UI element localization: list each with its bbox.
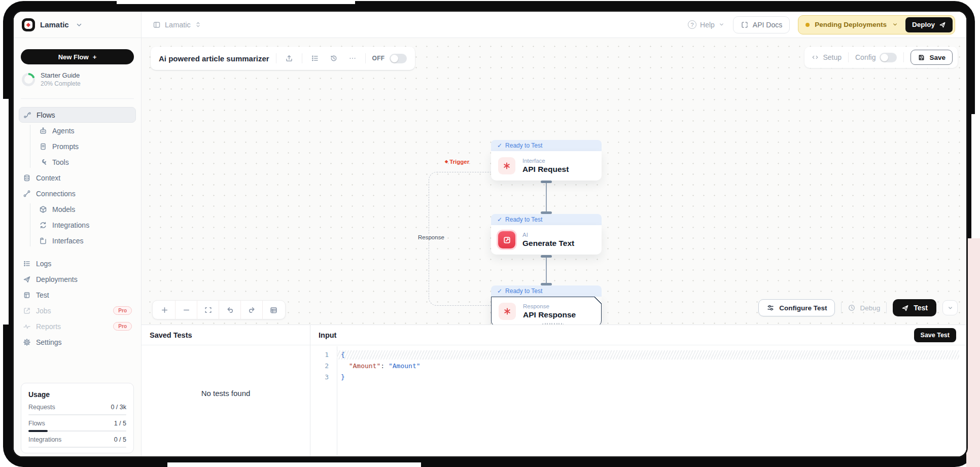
node-title: Generate Text <box>522 239 574 248</box>
node-api-response[interactable]: ✓ Ready to Test Response API Response <box>491 285 602 325</box>
sidebar-item-context[interactable]: Context <box>19 170 136 186</box>
database-icon <box>23 174 31 182</box>
history-button[interactable] <box>328 52 340 64</box>
sidebar-item-prompts[interactable]: Prompts <box>35 138 136 154</box>
sidebar-item-reports[interactable]: Reports Pro <box>19 318 136 334</box>
test-panel: Saved Tests No tests found Input Save Te… <box>142 325 966 456</box>
save-test-button[interactable]: Save Test <box>914 328 956 342</box>
project-selector[interactable]: Lamatic <box>153 21 201 29</box>
cube-icon <box>39 205 47 213</box>
sidebar-item-interfaces[interactable]: Interfaces <box>35 233 136 248</box>
node-card[interactable]: AI Generate Text <box>491 225 602 255</box>
page-edge <box>117 0 355 4</box>
sidebar: ◆ Lamatic New Flow + Starter Guide 20% C… <box>14 12 142 456</box>
main-area: Lamatic ? Help API Docs Pendi <box>142 12 966 456</box>
sidebar-item-label: Interfaces <box>52 237 83 245</box>
sidebar-item-label: Reports <box>36 322 61 331</box>
sidebar-item-label: Models <box>52 205 75 213</box>
sidebar-item-agents[interactable]: Agents <box>35 123 136 138</box>
node-card[interactable]: Response API Response <box>491 297 602 325</box>
sidebar-item-jobs[interactable]: Jobs Pro <box>19 303 136 318</box>
ellipsis-icon <box>348 54 357 62</box>
node-generate-text[interactable]: ✓ Ready to Test AI Generate Text <box>491 214 602 255</box>
deploy-button[interactable]: Deploy <box>905 17 953 32</box>
starter-guide[interactable]: Starter Guide 20% Complete <box>22 71 133 87</box>
sidebar-item-tools[interactable]: Tools <box>35 154 136 170</box>
check-icon: ✓ <box>497 142 502 149</box>
flow-canvas[interactable]: Ai powered article summarizer <box>142 38 966 325</box>
sort-icon <box>195 21 201 28</box>
new-flow-label: New Flow <box>58 53 89 61</box>
usage-label: Flows <box>28 420 45 427</box>
usage-value: 1 / 5 <box>114 420 126 427</box>
line-number: 1 <box>310 350 337 360</box>
code-token: : <box>380 362 384 370</box>
usage-panel: Usage Requests 0 / 3k Flows 1 / 5 <box>21 383 134 453</box>
undo-button[interactable] <box>219 301 240 319</box>
node-api-request[interactable]: ✓ Ready to Test Interface API Request <box>491 140 602 181</box>
check-icon: ✓ <box>497 288 502 295</box>
sidebar-item-deployments[interactable]: Deployments <box>19 271 136 287</box>
clock-icon <box>848 304 856 312</box>
setup-button[interactable]: Setup <box>812 53 842 61</box>
share-button[interactable] <box>283 52 295 64</box>
panel-resize-handle[interactable] <box>542 323 564 325</box>
save-label: Save <box>929 54 946 61</box>
sidebar-nav: Flows Agents Prompts Tools <box>14 107 141 350</box>
diamond-icon: ◆ <box>445 160 448 164</box>
sidebar-item-flows[interactable]: Flows <box>19 107 136 123</box>
pending-deployments-pill[interactable]: Pending Deployments Deploy <box>798 15 955 34</box>
node-card[interactable]: Interface API Request <box>491 151 602 181</box>
usage-row-integrations: Integrations 0 / 5 <box>28 436 126 448</box>
list-view-button[interactable] <box>309 52 321 64</box>
node-category: Response <box>523 303 576 309</box>
project-name: Lamatic <box>165 21 191 29</box>
zoom-in-button[interactable] <box>154 301 175 319</box>
sidebar-item-models[interactable]: Models <box>35 201 136 217</box>
help-menu[interactable]: ? Help <box>688 20 725 29</box>
redo-button[interactable] <box>241 301 262 319</box>
help-label: Help <box>700 21 715 29</box>
save-button[interactable]: Save <box>911 50 953 65</box>
usage-title: Usage <box>28 390 126 399</box>
sidebar-item-settings[interactable]: Settings <box>19 334 136 350</box>
plus-icon: + <box>93 53 97 61</box>
zoom-out-button[interactable] <box>176 301 197 319</box>
usage-row-flows: Flows 1 / 5 <box>28 420 126 432</box>
api-docs-button[interactable]: API Docs <box>733 16 790 33</box>
sidebar-item-label: Tools <box>52 158 69 166</box>
debug-button[interactable]: Debug <box>848 304 880 312</box>
config-toggle[interactable] <box>880 53 897 62</box>
test-button[interactable]: Test <box>893 299 936 316</box>
node-status-badge: ✓ Ready to Test <box>491 214 602 225</box>
notes-button[interactable] <box>263 301 284 319</box>
code-line[interactable]: 2 "Amount": "Amount" <box>310 362 966 371</box>
flow-controls-card: Setup Config Save <box>804 47 958 68</box>
new-flow-button[interactable]: New Flow + <box>21 49 134 64</box>
code-line[interactable]: 3 } <box>310 373 966 382</box>
flow-enabled-toggle[interactable] <box>390 54 407 63</box>
workspace-switcher[interactable]: ◆ Lamatic <box>14 12 141 38</box>
node-title: API Response <box>523 310 576 319</box>
sidebar-item-integrations[interactable]: Integrations <box>35 217 136 233</box>
test-options-button[interactable] <box>942 300 958 315</box>
chevron-down-icon <box>75 21 83 29</box>
config-toggle-group[interactable]: Config <box>855 53 897 62</box>
usage-label: Requests <box>28 404 55 411</box>
sidebar-item-label: Prompts <box>52 142 79 151</box>
node-status-badge: ✓ Ready to Test <box>491 285 602 297</box>
history-icon <box>330 54 338 62</box>
input-pane: Input Save Test 1 { 2 "Amount": "Amount" <box>310 325 966 456</box>
sidebar-item-connections[interactable]: Connections <box>19 186 136 201</box>
configure-test-button[interactable]: Configure Test <box>758 299 835 316</box>
code-line[interactable]: 1 { <box>310 350 966 360</box>
response-node-icon <box>499 303 516 320</box>
jobs-icon <box>23 307 31 315</box>
test-toolbar: Configure Test Debug Test <box>758 299 958 316</box>
more-options-button[interactable] <box>346 52 359 64</box>
sidebar-item-test[interactable]: Test <box>19 287 136 303</box>
json-editor[interactable]: 1 { 2 "Amount": "Amount" 3 } <box>310 345 966 456</box>
sidebar-item-logs[interactable]: Logs <box>19 256 136 271</box>
fit-view-button[interactable] <box>197 301 219 319</box>
sidebar-item-label: Deployments <box>36 275 78 283</box>
